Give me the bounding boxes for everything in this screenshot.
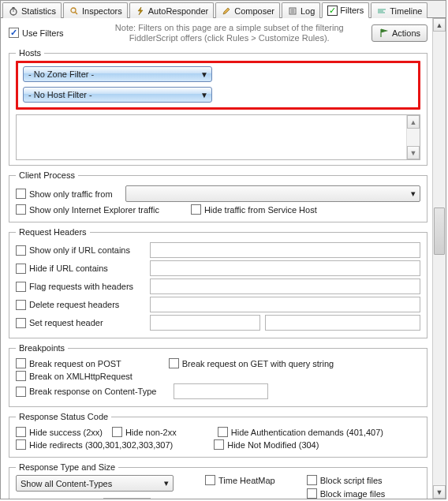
content-types-dropdown[interactable]: Show all Content-Types ▾ <box>16 475 174 492</box>
response-status-group: Response Status Code Hide success (2xx) … <box>9 412 427 458</box>
tab-composer[interactable]: Composer <box>215 2 280 18</box>
scrollbar[interactable]: ▲ ▼ <box>406 115 420 159</box>
checkbox-icon <box>169 358 179 368</box>
content-type-field[interactable] <box>174 383 268 399</box>
delete-headers-checkbox[interactable]: Delete request headers <box>16 300 150 310</box>
break-on-get-query-checkbox[interactable]: Break request on GET with query string <box>169 358 334 368</box>
tab-label: AutoResponder <box>148 6 208 16</box>
outer-scrollbar[interactable]: ▲ ▼ <box>432 18 446 499</box>
block-script-checkbox[interactable]: Block script files <box>307 475 386 485</box>
hide-auth-checkbox[interactable]: Hide Authentication demands (401,407) <box>218 427 383 437</box>
time-heatmap-checkbox[interactable]: Time HeatMap <box>205 475 275 485</box>
show-only-url-field[interactable] <box>150 242 420 258</box>
svg-point-3 <box>71 8 76 13</box>
hide-non2xx-checkbox[interactable]: Hide non-2xx <box>112 427 177 437</box>
checkbox-icon <box>205 475 215 485</box>
host-filter-value: - No Host Filter - <box>28 90 92 99</box>
chevron-down-icon: ▼ <box>200 91 208 99</box>
flag-headers-checkbox[interactable]: Flag requests with headers <box>16 282 150 292</box>
show-only-ie-checkbox[interactable]: Show only Internet Explorer traffic <box>16 204 159 215</box>
checkbox-icon <box>307 488 317 499</box>
request-headers-legend: Request Headers <box>16 227 90 237</box>
checkbox-icon <box>16 371 26 381</box>
show-only-traffic-from-checkbox[interactable]: Show only traffic from <box>16 189 113 199</box>
tab-strip: Statistics Inspectors AutoResponder Comp… <box>1 1 446 18</box>
hide-service-host-checkbox[interactable]: Hide traffic from Service Host <box>191 204 317 215</box>
hosts-group: Hosts - No Zone Filter - ▼ - No Host Fil… <box>9 48 427 166</box>
svg-line-4 <box>76 12 78 14</box>
show-only-url-checkbox[interactable]: Show only if URL contains <box>16 245 150 256</box>
response-type-group: Response Type and Size Show all Content-… <box>9 462 427 499</box>
delete-headers-field[interactable] <box>150 297 420 312</box>
hide-success-checkbox[interactable]: Hide success (2xx) <box>16 427 103 437</box>
checkbox-icon <box>218 427 228 437</box>
tab-statistics[interactable]: Statistics <box>2 2 62 18</box>
filters-panel: Use Filters Note: Filters on this page a… <box>1 18 432 499</box>
checkbox-icon <box>307 475 317 485</box>
svg-rect-2 <box>13 7 15 9</box>
tab-label: Filters <box>340 6 364 15</box>
scroll-down-icon[interactable]: ▼ <box>407 146 420 159</box>
breakpoints-legend: Breakpoints <box>16 343 68 353</box>
checkbox-icon <box>16 204 26 215</box>
checkbox-icon <box>214 439 224 450</box>
zone-filter-dropdown[interactable]: - No Zone Filter - ▼ <box>23 66 212 82</box>
tab-label: Inspectors <box>82 6 122 16</box>
set-header-value-field[interactable] <box>265 315 420 331</box>
hide-url-checkbox[interactable]: Hide if URL contains <box>16 264 150 274</box>
break-on-xhr-checkbox[interactable]: Break on XMLHttpRequest <box>16 371 133 381</box>
set-header-name-field[interactable] <box>150 315 260 331</box>
client-process-legend: Client Process <box>16 170 78 180</box>
hosts-legend: Hosts <box>16 48 44 58</box>
hide-smaller-value-field[interactable]: 1 <box>103 498 151 499</box>
checkbox-icon <box>16 358 26 368</box>
hosts-highlight-box: - No Zone Filter - ▼ - No Host Filter - … <box>16 61 420 110</box>
tab-label: Log <box>301 6 315 16</box>
checkbox-icon <box>16 387 26 397</box>
magnifier-icon <box>69 6 80 17</box>
tab-label: Timeline <box>390 6 422 16</box>
host-filter-dropdown[interactable]: - No Host Filter - ▼ <box>23 87 212 103</box>
break-on-post-checkbox[interactable]: Break request on POST <box>16 358 121 368</box>
checkbox-icon <box>191 204 201 215</box>
tab-autoresponder[interactable]: AutoResponder <box>129 2 214 18</box>
actions-label: Actions <box>392 28 420 38</box>
break-on-content-type-checkbox[interactable]: Break response on Content-Type <box>16 387 174 397</box>
checkbox-icon <box>16 264 26 274</box>
actions-button[interactable]: Actions <box>371 24 427 42</box>
scroll-up-icon[interactable]: ▲ <box>407 115 420 129</box>
scroll-up-icon[interactable]: ▲ <box>433 18 446 32</box>
scroll-down-icon[interactable]: ▼ <box>433 485 446 499</box>
flag-headers-field[interactable] <box>150 279 420 294</box>
tab-timeline[interactable]: Timeline <box>371 2 427 18</box>
scroll-thumb[interactable] <box>434 208 445 255</box>
hide-not-modified-checkbox[interactable]: Hide Not Modified (304) <box>214 439 319 450</box>
block-image-checkbox[interactable]: Block image files <box>307 488 386 499</box>
timeline-icon <box>376 6 387 17</box>
response-status-legend: Response Status Code <box>16 412 111 421</box>
use-filters-label: Use Filters <box>22 28 64 38</box>
zone-filter-value: - No Zone Filter - <box>28 69 94 79</box>
tab-log[interactable]: Log <box>282 2 320 18</box>
checkbox-icon <box>16 439 26 450</box>
set-header-checkbox[interactable]: Set request header <box>16 318 150 328</box>
process-dropdown[interactable]: ▾ <box>125 185 420 202</box>
checkbox-icon <box>16 318 26 328</box>
tab-filters[interactable]: ✓ Filters <box>322 2 369 18</box>
chevron-down-icon: ▾ <box>411 189 416 199</box>
hide-redirects-checkbox[interactable]: Hide redirects (300,301,302,303,307) <box>16 439 173 450</box>
checkbox-icon <box>16 189 26 199</box>
tab-inspectors[interactable]: Inspectors <box>63 2 128 18</box>
tab-label: Composer <box>234 6 274 16</box>
log-icon <box>287 6 298 17</box>
hide-url-field[interactable] <box>150 260 420 276</box>
use-filters-checkbox[interactable]: Use Filters <box>9 28 64 38</box>
client-process-group: Client Process Show only traffic from ▾ … <box>9 170 427 222</box>
hosts-textarea[interactable]: ▲ ▼ <box>16 114 420 160</box>
chevron-down-icon: ▾ <box>164 478 169 488</box>
window-frame: Statistics Inspectors AutoResponder Comp… <box>0 0 446 499</box>
checkbox-icon <box>9 28 19 38</box>
checkbox-icon <box>16 300 26 310</box>
checkbox-icon <box>16 427 26 437</box>
chevron-down-icon: ▼ <box>200 70 208 79</box>
